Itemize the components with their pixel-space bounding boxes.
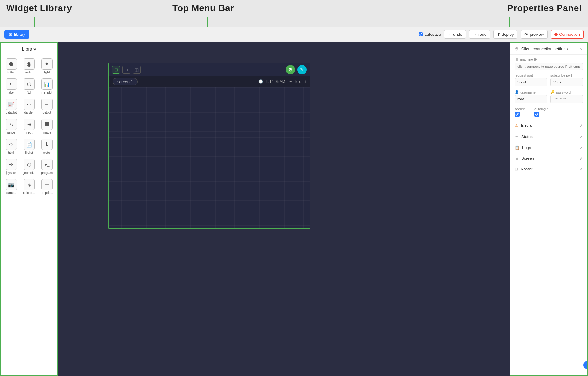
camera-widget-label: camera [6, 191, 16, 195]
ports-row: request port subscribe port [510, 72, 587, 88]
screen-section: 🖥 Screen ∧ [510, 153, 587, 164]
widget-program[interactable]: ▶_ program [38, 157, 56, 176]
widget-divider[interactable]: ⋯ divider [20, 96, 38, 116]
widget-output[interactable]: → output [38, 96, 56, 116]
preview-button[interactable]: 👁 preview [521, 30, 548, 39]
errors-chevron-icon: ∧ [580, 123, 583, 128]
password-input[interactable] [550, 95, 583, 103]
screen-layout-icon-2[interactable]: ◫ [133, 66, 141, 74]
label-widget-label: label [8, 91, 14, 94]
errors-section-header[interactable]: ⚠ Errors ∧ [510, 120, 587, 131]
screen-status-bar: screen 1 🕐 9:14:05 AM 〜 Idle ℹ [109, 76, 310, 87]
dropdown-widget-icon: ☰ [45, 182, 49, 188]
states-section-header[interactable]: 〜 States ∧ [510, 131, 587, 142]
subscribe-port-input[interactable] [550, 78, 583, 86]
deploy-icon: ⬆ [497, 32, 501, 37]
logs-label: Logs [522, 145, 531, 150]
machine-ip-input[interactable] [515, 63, 583, 70]
switch-widget-label: switch [25, 71, 34, 74]
errors-label: Errors [521, 123, 532, 128]
username-input[interactable] [515, 95, 547, 103]
screen-controls-bar: ⊞ □ ◫ ⚙ ✎ [109, 63, 310, 76]
screen-layout-icon-active[interactable]: ⊞ [112, 66, 120, 74]
widget-label[interactable]: 🏷 label [3, 76, 20, 96]
undo-button[interactable]: ← undo [444, 30, 466, 39]
dataplot-widget-label: dataplot [6, 111, 17, 114]
screen-section-label: Screen [521, 156, 534, 161]
widget-image[interactable]: 🖼 image [38, 116, 56, 136]
logs-section-header[interactable]: 📋 Logs ∧ [510, 142, 587, 153]
request-port-input[interactable] [515, 78, 547, 86]
machine-ip-label: machine IP [520, 57, 537, 61]
properties-panel: ⚙ Client connection settings ∨ 🖥 machine… [510, 42, 588, 376]
redo-button[interactable]: → redo [469, 30, 490, 39]
geometry-widget-icon: ⬡ [27, 162, 31, 168]
connection-settings-chevron: ∨ [580, 46, 583, 51]
dataplot-widget-icon: 📈 [8, 101, 14, 107]
credentials-row: 👤 username 🔑 password [510, 88, 587, 105]
secure-label: secure [515, 107, 525, 111]
connection-dot-icon [554, 33, 558, 36]
screen-settings-btn[interactable]: ⚙ [286, 65, 295, 74]
logs-icon: 📋 [515, 145, 520, 150]
button-widget-icon: ⏺ [8, 61, 14, 67]
connection-settings-header[interactable]: ⚙ Client connection settings ∨ [510, 43, 587, 55]
clock-icon: 🕐 [258, 79, 263, 84]
switch-widget-icon: ◉ [27, 61, 32, 67]
screen-edit-btn[interactable]: ✎ [297, 65, 307, 74]
secure-autologin-row: secure autologin [510, 105, 587, 120]
screen-section-header[interactable]: 🖥 Screen ∧ [510, 153, 587, 164]
screen-frame: ⊞ □ ◫ ⚙ ✎ screen 1 🕐 9:14:05 AM 〜 Idle [108, 63, 310, 229]
autosave-label: autosave [424, 32, 441, 37]
widget-3d[interactable]: ⬡ 3d [20, 76, 38, 96]
raster-section-header[interactable]: ⊞ Raster ∧ [510, 164, 587, 174]
autosave-toggle[interactable]: autosave [419, 32, 441, 37]
autologin-checkbox[interactable] [534, 112, 539, 117]
password-label: password [556, 90, 571, 94]
canvas-area[interactable]: ⊞ □ ◫ ⚙ ✎ screen 1 🕐 9:14:05 AM 〜 Idle [58, 42, 510, 376]
widget-library-panel: Library ⏺ button ◉ switch [0, 42, 58, 376]
widget-miniplot[interactable]: 📊 miniplot [38, 76, 56, 96]
widget-meter[interactable]: 🌡 meter [38, 137, 56, 156]
panel-collapse-button[interactable]: ‹ [583, 361, 588, 369]
request-port-label: request port [515, 73, 547, 77]
program-widget-icon: ▶_ [45, 162, 50, 167]
deploy-button[interactable]: ⬆ deploy [493, 30, 517, 39]
library-tab-button[interactable]: ⊞ library [4, 30, 29, 39]
range-widget-label: range [7, 131, 15, 134]
widget-input[interactable]: ⇥ input [20, 116, 38, 136]
colorpicker-widget-icon: ◈ [27, 182, 31, 188]
widget-light[interactable]: ✦ light [38, 56, 56, 76]
widget-library-annotation: Widget Library [6, 3, 72, 13]
widget-dropdown[interactable]: ☰ dropdo... [38, 177, 56, 196]
widget-geometry[interactable]: ⬡ geomet... [20, 157, 38, 176]
raster-icon: ⊞ [515, 167, 518, 171]
widget-button[interactable]: ⏺ button [3, 56, 20, 76]
screen-status: Idle [295, 79, 301, 84]
miniplot-widget-label: miniplot [41, 91, 52, 94]
connection-button[interactable]: Connection [551, 30, 584, 39]
screen-canvas[interactable] [109, 87, 310, 228]
widget-joystick[interactable]: ✛ joystick [3, 157, 20, 176]
widget-colorpicker[interactable]: ◈ colorpi... [20, 177, 38, 196]
machine-ip-section: 🖥 machine IP [510, 55, 587, 72]
widget-switch[interactable]: ◉ switch [20, 56, 38, 76]
raster-chevron-icon: ∧ [580, 167, 583, 171]
filelist-widget-label: filelist [25, 151, 33, 154]
widget-html[interactable]: <> html [3, 137, 20, 156]
range-widget-icon: ⇆ [9, 122, 13, 127]
secure-checkbox[interactable] [515, 112, 520, 117]
info-icon[interactable]: ℹ [305, 79, 306, 84]
states-icon: 〜 [515, 134, 519, 139]
widget-dataplot[interactable]: 📈 dataplot [3, 96, 20, 116]
logs-section: 📋 Logs ∧ [510, 142, 587, 153]
screen-section-icon: 🖥 [515, 156, 519, 161]
widget-filelist[interactable]: 📄 filelist [20, 137, 38, 156]
widget-range[interactable]: ⇆ range [3, 116, 20, 136]
username-label: username [520, 90, 536, 94]
3d-widget-label: 3d [27, 91, 31, 94]
screen-layout-icon-1[interactable]: □ [122, 66, 130, 74]
screen-chevron-icon: ∧ [580, 156, 583, 161]
widget-camera[interactable]: 📷 camera [3, 177, 20, 196]
autologin-label: autologin [534, 107, 548, 111]
